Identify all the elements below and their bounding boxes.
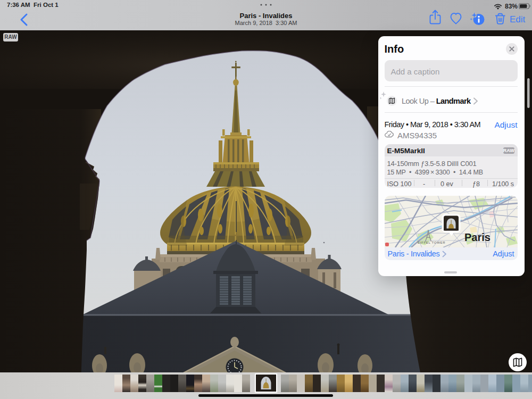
svg-text:Edit: Edit	[510, 14, 526, 24]
svg-text:EIFFEL TOWER: EIFFEL TOWER	[418, 241, 445, 244]
svg-text:Paris: Paris	[464, 231, 491, 243]
